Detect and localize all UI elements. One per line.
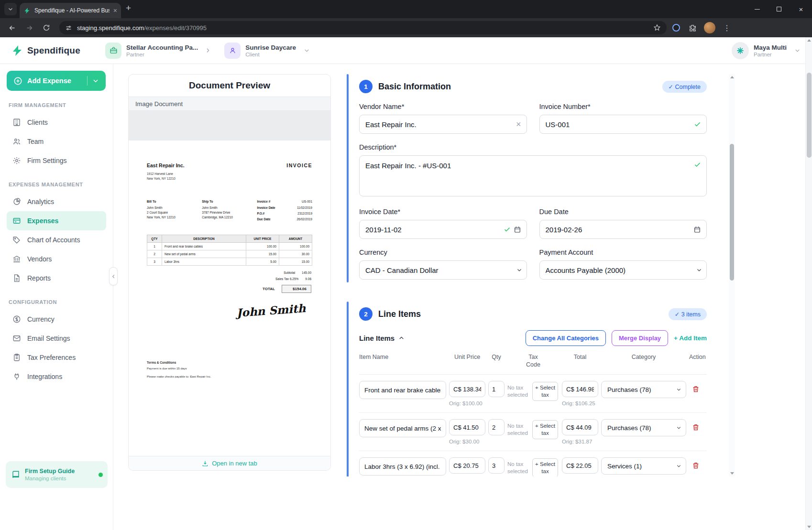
- item-name-input[interactable]: [359, 381, 446, 399]
- item-name-input[interactable]: [359, 419, 446, 437]
- delete-item-button[interactable]: [692, 423, 700, 431]
- sidebar-item-integrations[interactable]: Integrations: [7, 367, 106, 386]
- section-heading: CONFIGURATION: [9, 299, 106, 305]
- due-date-label: Due Date: [539, 208, 707, 216]
- basic-information-section: 1 Basic Information ✓ Complete Vendor Na…: [347, 74, 707, 282]
- unit-price-input[interactable]: [449, 381, 485, 397]
- sidebar-item-label: Currency: [27, 315, 55, 323]
- category-select[interactable]: Purchases (78): [601, 419, 686, 436]
- open-in-new-tab-link[interactable]: Open in new tab: [129, 456, 330, 470]
- unit-price-original: Orig: $100.00: [449, 400, 485, 406]
- delete-item-button[interactable]: [692, 385, 700, 393]
- delete-item-button[interactable]: [692, 462, 700, 469]
- category-select[interactable]: Services (1): [601, 457, 686, 475]
- add-item-link[interactable]: + Add Item: [674, 335, 707, 342]
- category-select[interactable]: Purchases (78): [601, 381, 686, 398]
- description-input[interactable]: [359, 155, 707, 196]
- add-expense-button[interactable]: Add Expense: [7, 71, 106, 91]
- chevron-down-icon[interactable]: [92, 77, 99, 84]
- invoice-number-input[interactable]: [539, 115, 707, 134]
- clear-icon[interactable]: ×: [516, 120, 521, 129]
- qty-input[interactable]: [488, 381, 505, 397]
- tab-search-button[interactable]: [4, 3, 17, 15]
- invoice-meta-block: Invoice #US-001 Invoice Date11/02/2019 P…: [257, 199, 312, 223]
- line-item-row: Orig: $100.00 No tax selected + Select t…: [359, 375, 707, 413]
- sidebar-collapse-handle[interactable]: [109, 267, 118, 285]
- bookmark-star-icon[interactable]: [653, 24, 661, 32]
- page-scrollbar[interactable]: [805, 37, 812, 530]
- unit-price-input[interactable]: [449, 457, 485, 474]
- sidebar-item-reports[interactable]: Reports: [7, 269, 106, 288]
- app-logo[interactable]: Spendifique: [11, 45, 92, 56]
- menu-kebab-icon[interactable]: ⋮: [720, 21, 734, 34]
- site-favicon-icon: [23, 7, 31, 14]
- sidebar-item-chart-of-accounts[interactable]: Chart of Accounts: [7, 230, 106, 249]
- payment-account-select[interactable]: Accounts Payable (2000): [539, 260, 707, 280]
- user-menu[interactable]: Maya MultiPartner: [732, 42, 801, 59]
- minimize-button[interactable]: [746, 0, 768, 18]
- site-info-icon[interactable]: [65, 24, 72, 32]
- chevron-down-icon[interactable]: [304, 47, 310, 54]
- sidebar-item-vendors[interactable]: Vendors: [7, 249, 106, 269]
- breadcrumb-partner[interactable]: Stellar Accounting Pa...Partner: [105, 43, 198, 59]
- total-original: Orig: $106.25: [562, 400, 598, 406]
- new-tab-button[interactable]: +: [126, 3, 131, 13]
- scrollbar-thumb[interactable]: [807, 73, 812, 158]
- due-date-input[interactable]: [539, 220, 707, 239]
- preview-title: Document Preview: [129, 75, 330, 97]
- close-window-button[interactable]: ×: [790, 0, 812, 18]
- total-input[interactable]: [562, 457, 598, 474]
- plug-icon: [12, 372, 21, 381]
- qty-input[interactable]: [488, 457, 505, 474]
- form-scrollbar[interactable]: [729, 74, 735, 476]
- sidebar-item-clients[interactable]: Clients: [7, 113, 106, 132]
- maximize-button[interactable]: [768, 0, 790, 18]
- currency-select[interactable]: CAD - Canadian Dollar: [359, 260, 527, 280]
- forward-button[interactable]: [22, 21, 36, 35]
- section-title: Line Items: [378, 309, 421, 319]
- invoice-signature: John Smith: [147, 301, 313, 325]
- sidebar-item-tax-preferences[interactable]: Tax Preferences: [7, 348, 106, 367]
- sidebar-item-firm-settings[interactable]: Firm Settings: [7, 151, 106, 170]
- calendar-icon[interactable]: [693, 226, 701, 233]
- qty-input[interactable]: [488, 419, 505, 435]
- check-icon: [504, 226, 511, 233]
- extensions-puzzle-icon[interactable]: [686, 21, 699, 34]
- address-bar[interactable]: staging.spendifique.com/expenses/edit/37…: [59, 21, 667, 34]
- invoice-date-input[interactable]: [359, 220, 527, 239]
- total-input[interactable]: [562, 381, 598, 397]
- sidebar-item-currency[interactable]: Currency: [7, 310, 106, 329]
- sidebar-item-analytics[interactable]: Analytics: [7, 192, 106, 211]
- browser-tab[interactable]: Spendifique - AI-Powered Busin ×: [20, 3, 121, 18]
- calendar-icon[interactable]: [514, 226, 521, 233]
- tab-close-icon[interactable]: ×: [113, 7, 117, 14]
- invoice-date-label: Invoice Date*: [359, 208, 527, 216]
- breadcrumb-client[interactable]: Sunrise DaycareClient: [224, 43, 310, 59]
- change-all-categories-button[interactable]: Change All Categories: [526, 330, 606, 346]
- back-button[interactable]: [5, 21, 19, 35]
- invoice-image[interactable]: East Repair Inc. INVOICE 1912 Harvest La…: [129, 111, 330, 456]
- sidebar-item-label: Team: [27, 138, 44, 145]
- sidebar-item-label: Vendors: [27, 255, 52, 263]
- merge-display-button[interactable]: Merge Display: [612, 330, 668, 346]
- unit-price-input[interactable]: [449, 419, 485, 435]
- total-input[interactable]: [562, 419, 598, 435]
- reload-button[interactable]: [39, 21, 54, 35]
- profile-avatar[interactable]: [704, 22, 715, 33]
- select-tax-button[interactable]: + Select tax: [532, 458, 558, 476]
- sidebar-item-email-settings[interactable]: Email Settings: [7, 329, 106, 348]
- firm-setup-guide[interactable]: Firm Setup GuideManaging clients: [6, 461, 108, 488]
- scrollbar-thumb[interactable]: [730, 144, 734, 281]
- sidebar-item-label: Expenses: [27, 217, 58, 225]
- line-items-collapse[interactable]: Line Items: [359, 334, 405, 342]
- vendor-name-label: Vendor Name*: [359, 103, 527, 110]
- item-name-input[interactable]: [359, 457, 446, 476]
- extension-badge-icon[interactable]: [669, 21, 683, 34]
- complete-badge: ✓ Complete: [662, 81, 707, 93]
- sidebar-item-expenses[interactable]: Expenses: [7, 211, 106, 230]
- sidebar-item-team[interactable]: Team: [7, 132, 106, 151]
- select-tax-button[interactable]: + Select tax: [532, 420, 558, 439]
- vendor-name-input[interactable]: [359, 115, 527, 134]
- select-tax-button[interactable]: + Select tax: [532, 382, 558, 401]
- browser-tab-strip: Spendifique - AI-Powered Busin × + ×: [0, 0, 812, 18]
